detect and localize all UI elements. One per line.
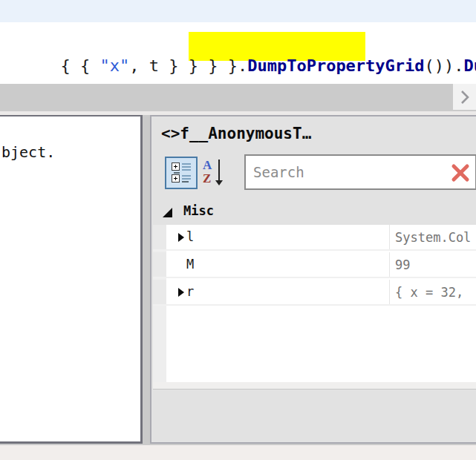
property-grid-title: <>f__AnonymousT… (161, 125, 311, 142)
description-splitter[interactable] (153, 382, 476, 389)
search-box (244, 154, 476, 190)
description-pane (153, 389, 476, 444)
code-text: ()). (425, 56, 464, 75)
column-divider (389, 225, 390, 249)
sort-letter-a: A (203, 158, 212, 173)
left-output-panel[interactable]: bject. (0, 115, 143, 444)
expand-panel-button[interactable] (453, 84, 476, 110)
column-divider (389, 280, 390, 304)
alphabetical-button[interactable]: A Z (201, 157, 226, 188)
property-name: r (186, 284, 194, 299)
code-text: , t } } } }. (129, 56, 247, 75)
code-editor[interactable]: { { "x", t } } } }.DumpToPropertyGrid())… (0, 22, 476, 84)
code-text: { { (60, 56, 100, 75)
categorized-button[interactable] (165, 157, 198, 189)
property-grid-panel: <>f__AnonymousT… A Z (150, 115, 476, 444)
property-name: l (186, 229, 194, 244)
property-name: M (186, 257, 194, 272)
property-row-m[interactable]: M 99 (153, 252, 476, 278)
categorized-icon (172, 162, 191, 183)
sort-arrow-icon (218, 160, 220, 182)
code-keyword-dumptopropertygrid: DumpToPropertyGrid (247, 56, 424, 75)
category-expanded-icon[interactable] (163, 208, 172, 217)
code-string-literal: "x" (100, 56, 129, 75)
chevron-right-icon (460, 89, 470, 105)
property-value: { x = 32, (395, 285, 463, 300)
expander-icon[interactable] (178, 233, 184, 242)
property-value: 99 (395, 257, 410, 272)
property-row-r[interactable]: r { x = 32, (153, 280, 476, 306)
horizontal-splitter-bar[interactable] (0, 84, 476, 111)
clear-search-icon[interactable] (450, 162, 471, 183)
property-value: System.Col (395, 230, 471, 245)
property-row-l[interactable]: l System.Col (153, 225, 476, 251)
property-grid: Misc l System.Col M 99 r { x (153, 200, 476, 382)
column-divider (389, 252, 390, 277)
category-label: Misc (183, 203, 214, 218)
left-panel-text: bject. (1, 143, 55, 161)
search-input[interactable] (253, 156, 439, 188)
editor-top-band (0, 0, 476, 22)
bottom-margin (0, 445, 476, 460)
code-keyword-dump: Dump (464, 56, 476, 75)
sort-letter-z: Z (203, 171, 211, 186)
category-row-misc[interactable]: Misc (153, 200, 476, 225)
expander-icon[interactable] (178, 288, 184, 297)
